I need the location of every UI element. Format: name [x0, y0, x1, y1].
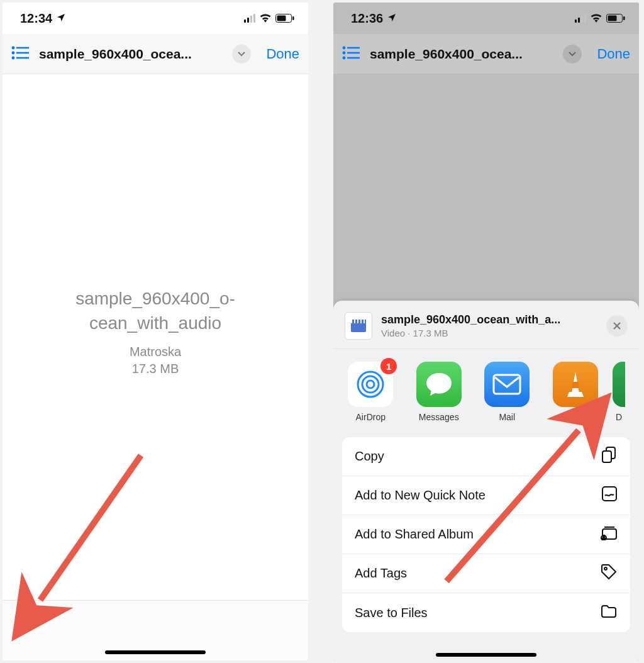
- app-vlc[interactable]: VLC: [552, 362, 599, 422]
- share-sheet-header: sample_960x400_ocean_with_a... Video · 1…: [333, 301, 639, 349]
- action-label: Add Tags: [355, 566, 407, 581]
- action-copy[interactable]: Copy: [342, 437, 630, 476]
- bottom-toolbar: [3, 600, 308, 660]
- share-sheet-subtitle: Video · 17.3 MB: [381, 328, 597, 338]
- app-messages[interactable]: Messages: [416, 362, 463, 422]
- nav-bar: sample_960x400_ocea... Done: [333, 34, 639, 74]
- svg-line-10: [40, 455, 141, 600]
- mail-icon: [484, 362, 530, 407]
- action-label: Add to New Quick Note: [355, 488, 486, 503]
- file-title: sample_960x400_ocea...: [39, 47, 223, 62]
- done-button[interactable]: Done: [597, 46, 630, 62]
- action-shared-album[interactable]: Add to Shared Album: [342, 515, 630, 554]
- battery-icon: [606, 11, 625, 26]
- app-label: Mail: [499, 412, 515, 422]
- screenshot-left: 12:34 sample_960x400_ocea...: [3, 3, 308, 660]
- close-button[interactable]: [606, 315, 628, 337]
- svg-rect-26: [602, 487, 616, 501]
- svg-point-21: [362, 376, 379, 393]
- svg-point-18: [343, 57, 345, 58]
- svg-point-5: [13, 52, 14, 53]
- wifi-icon: [590, 11, 602, 26]
- location-icon: [387, 11, 397, 26]
- share-button[interactable]: [14, 620, 30, 630]
- file-preview-info: sample_960x400_o- cean_with_audio Matros…: [3, 3, 308, 660]
- svg-rect-12: [608, 15, 617, 21]
- action-label: Add to Shared Album: [355, 527, 474, 542]
- svg-point-7: [13, 57, 14, 58]
- share-actions-list: Copy Add to New Quick Note Add to Shared…: [342, 437, 630, 632]
- partial-app-icon: [613, 362, 625, 407]
- app-label: Messages: [419, 412, 459, 422]
- app-mail[interactable]: Mail: [484, 362, 531, 422]
- home-indicator: [436, 653, 536, 657]
- svg-point-3: [13, 47, 14, 48]
- svg-rect-1: [277, 15, 286, 21]
- status-time: 12:34: [20, 11, 52, 26]
- list-icon[interactable]: [11, 45, 30, 63]
- svg-rect-13: [623, 16, 625, 20]
- airdrop-icon: 1: [348, 362, 393, 407]
- battery-icon: [275, 11, 294, 26]
- status-bar: 12:34: [3, 3, 308, 34]
- screenshot-right: 12:36 sample_960x400_ocea...: [333, 3, 639, 660]
- svg-point-16: [343, 52, 345, 53]
- action-quick-note[interactable]: Add to New Quick Note: [342, 476, 630, 515]
- svg-point-30: [604, 567, 607, 570]
- vlc-icon: [553, 362, 598, 407]
- title-chevron-button[interactable]: [563, 45, 582, 64]
- home-indicator: [105, 650, 206, 654]
- list-icon[interactable]: [342, 45, 361, 63]
- file-format: Matroska: [130, 345, 181, 359]
- file-name-line1: sample_960x400_o-: [75, 289, 235, 308]
- file-title: sample_960x400_ocea...: [370, 47, 554, 62]
- folder-icon: [600, 604, 618, 622]
- badge: 1: [380, 358, 397, 374]
- action-label: Save to Files: [355, 606, 428, 620]
- annotation-arrow-left: [28, 443, 153, 621]
- share-apps-row[interactable]: 1 AirDrop Messages Mail: [333, 349, 639, 431]
- svg-rect-23: [494, 375, 520, 394]
- file-size: 17.3 MB: [132, 362, 179, 376]
- nav-bar: sample_960x400_ocea... Done: [3, 34, 308, 74]
- action-label: Copy: [355, 449, 384, 464]
- quicknote-icon: [601, 486, 618, 505]
- tag-icon: [600, 563, 618, 584]
- app-label: AirDrop: [356, 412, 386, 422]
- file-thumbnail-icon: [345, 312, 372, 340]
- messages-icon: [416, 362, 462, 407]
- done-button[interactable]: Done: [266, 46, 299, 62]
- share-sheet-title: sample_960x400_ocean_with_a...: [381, 313, 597, 326]
- svg-rect-25: [602, 451, 611, 462]
- action-save-files[interactable]: Save to Files: [342, 593, 630, 632]
- status-bar: 12:36: [333, 3, 639, 34]
- location-icon: [56, 11, 66, 26]
- app-label: VLC: [567, 412, 584, 422]
- app-label: D: [613, 412, 625, 422]
- cellular-signal-icon: [575, 14, 586, 23]
- sharedalbum-icon: [600, 525, 618, 543]
- wifi-icon: [259, 11, 272, 26]
- svg-rect-2: [292, 16, 294, 20]
- app-airdrop[interactable]: 1 AirDrop: [347, 362, 394, 422]
- title-chevron-button[interactable]: [232, 45, 251, 64]
- cellular-signal-icon: [244, 14, 255, 23]
- status-time: 12:36: [351, 11, 383, 26]
- app-partial[interactable]: D: [613, 362, 625, 422]
- action-add-tags[interactable]: Add Tags: [342, 554, 630, 593]
- copy-icon: [601, 446, 618, 467]
- file-name-line2: cean_with_audio: [89, 313, 221, 333]
- svg-point-14: [343, 47, 345, 48]
- svg-point-20: [367, 381, 374, 388]
- share-sheet: sample_960x400_ocean_with_a... Video · 1…: [333, 301, 639, 660]
